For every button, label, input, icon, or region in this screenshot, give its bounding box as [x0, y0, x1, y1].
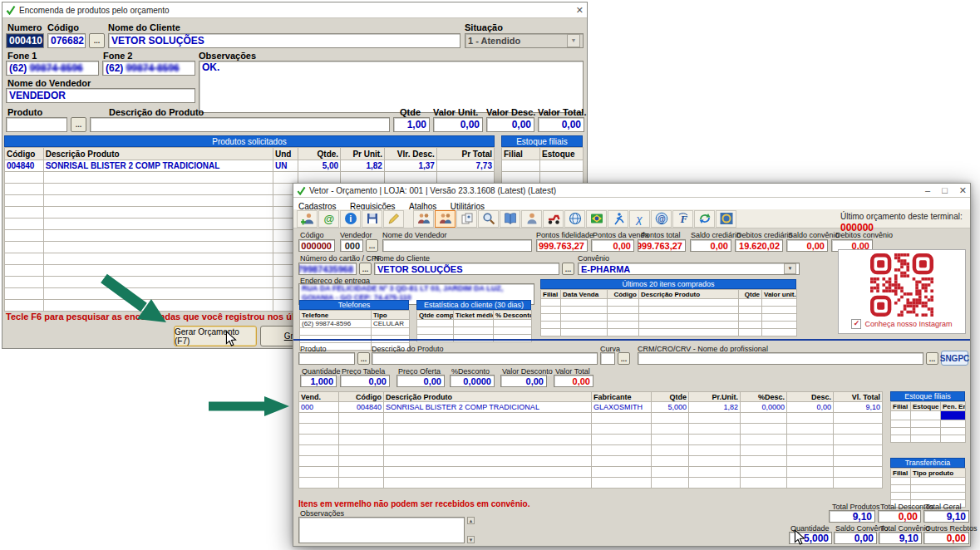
fone2-field[interactable]: (62) 99874-8596: [102, 61, 195, 76]
desconto-field[interactable]: 0,0000: [450, 375, 495, 387]
cartao-field[interactable]: 79987435968: [298, 263, 357, 275]
entry-qtde-field[interactable]: 1,00: [393, 117, 430, 132]
col-ticket-medio: Ticket médio: [454, 311, 494, 320]
desktop: Encomenda de produtos pelo orçamento ✕ N…: [0, 0, 980, 550]
observacoes-textarea[interactable]: [298, 517, 465, 543]
support-at-icon[interactable]: @: [318, 210, 339, 228]
produto-lookup-button[interactable]: ...: [357, 352, 370, 365]
entry-vd-label: Valor Desc.: [486, 107, 535, 117]
situacao-dropdown-arrow-icon[interactable]: ▼: [567, 34, 580, 47]
cartao-lookup-button[interactable]: ...: [359, 263, 372, 275]
table-row-empty: [299, 435, 883, 445]
maximize-icon[interactable]: □: [942, 185, 948, 196]
col-estoque: Estoque: [911, 402, 941, 411]
person-icon[interactable]: [521, 210, 542, 228]
minimize-icon[interactable]: –: [925, 185, 930, 196]
col-vend: Vend.: [299, 392, 339, 402]
add-client-icon[interactable]: [297, 210, 318, 228]
sync-icon[interactable]: [694, 210, 715, 228]
vendedor-lookup-button[interactable]: ...: [366, 239, 378, 252]
info-icon[interactable]: i: [340, 210, 361, 228]
vendedor-label: Vendedor: [340, 231, 372, 239]
save-icon[interactable]: [362, 210, 382, 228]
curva-lookup-button[interactable]: ...: [618, 352, 630, 365]
obs-textarea[interactable]: OK.: [199, 61, 584, 113]
preco-oferta-field[interactable]: 0,00: [396, 375, 445, 387]
table-row-empty: [417, 320, 532, 327]
svg-text:@: @: [657, 214, 666, 223]
close-icon[interactable]: ✕: [959, 185, 967, 196]
runner-icon[interactable]: [608, 210, 628, 228]
entry-produto-lookup-button[interactable]: ...: [71, 117, 86, 132]
catalog-book-icon[interactable]: [500, 210, 520, 228]
preco-tabela-field[interactable]: 0,00: [340, 375, 390, 387]
obs-scroll-down-icon[interactable]: ▼: [467, 536, 475, 543]
instagram-checkbox[interactable]: ✓: [851, 319, 861, 329]
window1-title: Encomenda de produtos pelo orçamento: [19, 6, 170, 15]
app-check-icon: [297, 186, 306, 195]
situacao-dropdown[interactable]: 1 - Atendido ▼: [465, 33, 584, 48]
saldo-crediario-label: Saldo crediário: [691, 231, 741, 239]
brazil-flag-icon[interactable]: [586, 210, 607, 228]
delivery-moto-icon[interactable]: [543, 210, 564, 228]
web-store-icon[interactable]: [564, 210, 585, 228]
quantidade-total-field[interactable]: 5,000: [789, 532, 832, 544]
entry-produto-field[interactable]: [6, 117, 67, 132]
blue-ring-icon[interactable]: [716, 210, 736, 228]
table-row[interactable]: (62) 99874-8596 CELULAR: [300, 320, 410, 328]
col-prtotal: Pr Total: [436, 148, 494, 160]
window1-close-icon[interactable]: ✕: [576, 5, 584, 16]
codigo-field[interactable]: 000000: [298, 239, 335, 252]
nome-vendedor-field[interactable]: [382, 239, 532, 252]
descricao-field[interactable]: [372, 352, 598, 365]
table-row-empty: [891, 420, 966, 428]
clients-active-icon[interactable]: [435, 210, 456, 228]
entry-vu-field[interactable]: 0,00: [433, 117, 483, 132]
quantidade-field[interactable]: 1,000: [300, 375, 337, 387]
curva-field[interactable]: [600, 352, 615, 365]
edit-icon[interactable]: [383, 210, 404, 228]
table-row[interactable]: [891, 411, 966, 420]
pontos-venda-field: 0,00: [591, 239, 634, 252]
transferencia-grid: Filial Tipo produto: [890, 468, 965, 508]
table-row-empty: [541, 329, 797, 336]
fone1-field[interactable]: (62) 99874-8596: [6, 61, 99, 76]
produto-field[interactable]: [298, 352, 355, 365]
convenio-dropdown[interactable]: E-PHARMA ▼: [578, 263, 800, 275]
convenio-label: Convênio: [578, 254, 609, 263]
valor-desconto-field[interactable]: 0,00: [500, 375, 547, 387]
entry-qtde-label: Qtde: [400, 107, 421, 117]
at-circle-icon[interactable]: @: [651, 210, 672, 228]
vendedor-field[interactable]: 000: [340, 239, 363, 252]
convenio-dropdown-arrow-icon[interactable]: ▼: [784, 263, 796, 274]
numero-field[interactable]: 000410: [6, 33, 44, 48]
copy-badge-icon[interactable]: [456, 210, 477, 228]
cliente-label: Nome do Cliente: [374, 254, 430, 263]
vendedor-field[interactable]: VENDEDOR: [6, 88, 195, 103]
obs-scroll-up-icon[interactable]: ▲: [467, 517, 475, 524]
pontos-fidelidade-label: Pontos fidelidade: [536, 231, 593, 239]
tailor-icon[interactable]: χ: [629, 210, 650, 228]
cliente-lookup-button[interactable]: ...: [562, 263, 574, 275]
codigo-field[interactable]: 076682: [47, 33, 86, 48]
sngpc-button[interactable]: SNGPC: [941, 351, 968, 366]
cliente-field[interactable]: VETOR SOLUÇÕES: [108, 33, 460, 48]
annotation-arrow-grid-row: [206, 394, 291, 419]
col-desc: Desc.: [787, 392, 834, 402]
gerar-orcamento-button[interactable]: Gerar Orçamento (F7): [174, 326, 257, 346]
entry-vt-field[interactable]: 0,00: [538, 117, 584, 132]
table-row-empty: [891, 493, 966, 500]
table-row[interactable]: 004840 SONRISAL BLISTER 2 COMP TRADICION…: [5, 160, 495, 172]
entry-descricao-field[interactable]: [90, 117, 390, 132]
entry-vd-field[interactable]: 0,00: [486, 117, 534, 132]
col-descricao: Descrição Produto: [43, 148, 273, 160]
crm-field[interactable]: [638, 352, 923, 365]
search-icon[interactable]: [478, 210, 499, 228]
clients-icon[interactable]: [413, 210, 434, 228]
fiscal-f-icon[interactable]: F: [672, 210, 693, 228]
crm-lookup-button[interactable]: ...: [926, 352, 938, 365]
cliente-field[interactable]: VETOR SOLUÇÕES: [374, 263, 559, 275]
codigo-lookup-button[interactable]: ...: [89, 33, 105, 48]
col-qtde: Qtde.: [298, 148, 341, 160]
table-row[interactable]: 000 004840 SONRISAL BLISTER 2 COMP TRADI…: [299, 402, 883, 413]
